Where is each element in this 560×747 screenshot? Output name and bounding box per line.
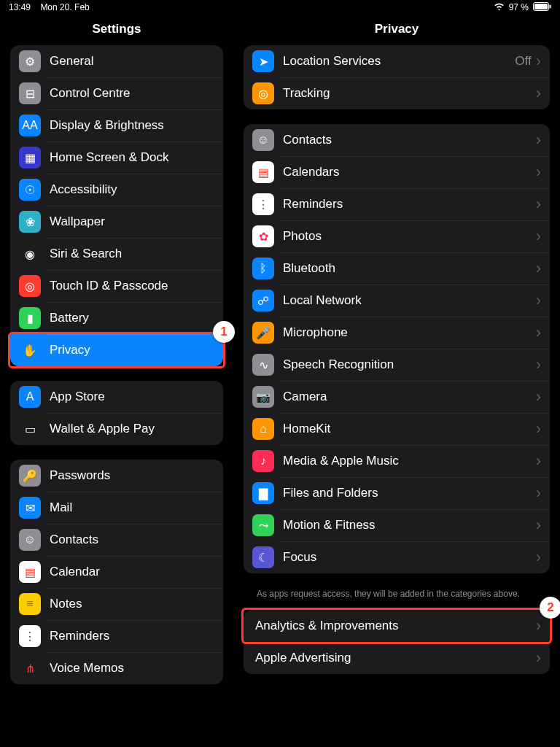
row-label: Display & Brightness (50, 118, 214, 133)
detail-row-focus[interactable]: ☾Focus› (244, 541, 550, 573)
detail-row-localnet[interactable]: ☍Local Network› (244, 285, 550, 317)
row-label: Siri & Search (50, 247, 214, 261)
row-label: Contacts (50, 533, 214, 547)
sidebar-item-notes[interactable]: ≡Notes (10, 588, 223, 620)
chevron-right-icon: › (536, 357, 541, 373)
svg-rect-2 (550, 4, 551, 8)
media-icon: ♪ (252, 450, 274, 472)
chevron-right-icon: › (536, 618, 541, 634)
row-label: Microphone (283, 325, 536, 340)
row-label: Camera (283, 390, 536, 404)
sidebar-item-app-store[interactable]: AApp Store (10, 381, 223, 413)
row-label: Local Network (283, 293, 536, 308)
row-label: Speech Recognition (283, 357, 536, 372)
row-label: Mail (50, 500, 214, 515)
sidebar-item-passwords[interactable]: 🔑Passwords (10, 460, 223, 492)
row-label: Reminders (50, 629, 214, 643)
detail-row-files[interactable]: ▇Files and Folders› (244, 477, 550, 509)
voice-memos-icon: ⋔ (19, 657, 41, 679)
chevron-right-icon: › (536, 196, 541, 212)
focus-icon: ☾ (252, 546, 274, 568)
control-centre-icon: ⊟ (19, 82, 41, 104)
accessibility-icon: ☉ (19, 179, 41, 201)
detail-row-advertising[interactable]: Apple Advertising› (244, 642, 550, 674)
app-store-icon: A (19, 386, 41, 408)
status-bar: 13:49 Mon 20. Feb 97 % (0, 0, 560, 15)
sidebar-item-battery[interactable]: ▮Battery (10, 302, 223, 334)
status-date: Mon 20. Feb (40, 2, 89, 12)
chevron-right-icon: › (536, 549, 541, 565)
row-label: Apple Advertising (255, 651, 536, 665)
sidebar-item-wallpaper[interactable]: ❀Wallpaper (10, 206, 223, 238)
row-label: Calendars (283, 165, 536, 179)
status-battery-pct: 97 % (509, 2, 529, 12)
detail-row-tracking[interactable]: ◎Tracking› (244, 77, 550, 109)
bluetooth-icon: ᛒ (252, 258, 274, 279)
camera-icon: 📷 (252, 386, 274, 408)
sidebar-title: Settings (0, 15, 233, 45)
detail-row-homekit[interactable]: ⌂HomeKit› (244, 413, 550, 445)
display-icon: AA (19, 115, 41, 136)
sidebar-item-reminders-s[interactable]: ⋮Reminders (10, 620, 223, 652)
chevron-right-icon: › (536, 485, 541, 501)
calendar-s-icon: ▤ (19, 561, 41, 583)
sidebar-item-contacts-s[interactable]: ☺Contacts (10, 524, 223, 556)
row-label: Wallpaper (50, 214, 214, 229)
detail-row-calendars[interactable]: ▤Calendars› (244, 156, 550, 188)
sidebar-item-touchid[interactable]: ◎Touch ID & Passcode (10, 270, 223, 302)
wallet-icon: ▭ (19, 418, 41, 440)
sidebar-scroll[interactable]: ⚙General⊟Control CentreAADisplay & Brigh… (0, 45, 233, 713)
touchid-icon: ◎ (19, 275, 41, 297)
chevron-right-icon: › (536, 260, 541, 276)
settings-group: ☺Contacts›▤Calendars›⋮Reminders›✿Photos›… (244, 124, 550, 573)
row-label: Focus (283, 550, 536, 565)
detail-row-analytics[interactable]: Analytics & Improvements› (244, 610, 550, 642)
sidebar-item-mail[interactable]: ✉Mail (10, 492, 223, 524)
chevron-right-icon: › (536, 389, 541, 405)
settings-group: AApp Store▭Wallet & Apple Pay (10, 381, 223, 445)
detail-row-location[interactable]: ➤Location ServicesOff› (244, 45, 550, 77)
notes-icon: ≡ (19, 593, 41, 615)
sidebar-item-voice-memos[interactable]: ⋔Voice Memos (10, 652, 223, 684)
detail-row-photos[interactable]: ✿Photos› (244, 220, 550, 252)
sidebar-item-wallet[interactable]: ▭Wallet & Apple Pay (10, 413, 223, 445)
chevron-right-icon: › (536, 85, 541, 101)
detail-scroll[interactable]: ➤Location ServicesOff›◎Tracking›☺Contact… (233, 45, 560, 703)
sidebar-item-accessibility[interactable]: ☉Accessibility (10, 174, 223, 206)
tracking-icon: ◎ (252, 82, 274, 104)
detail-row-speech[interactable]: ∿Speech Recognition› (244, 349, 550, 381)
sidebar-item-privacy[interactable]: ✋Privacy (10, 334, 223, 366)
sidebar-item-general[interactable]: ⚙General (10, 45, 223, 77)
detail-title: Privacy (233, 15, 560, 45)
row-label: Location Services (283, 54, 515, 69)
row-label: Photos (283, 229, 536, 244)
sidebar-item-calendar-s[interactable]: ▤Calendar (10, 556, 223, 588)
row-label: Analytics & Improvements (255, 619, 536, 633)
row-value: Off (515, 54, 531, 69)
detail-row-reminders[interactable]: ⋮Reminders› (244, 188, 550, 220)
detail-row-bluetooth[interactable]: ᛒBluetooth› (244, 252, 550, 285)
chevron-right-icon: › (536, 53, 541, 69)
detail-row-camera[interactable]: 📷Camera› (244, 381, 550, 413)
row-label: Motion & Fitness (283, 518, 536, 533)
detail-row-contacts[interactable]: ☺Contacts› (244, 124, 550, 156)
detail-row-microphone[interactable]: 🎤Microphone› (244, 317, 550, 349)
status-time: 13:49 (9, 2, 31, 12)
sidebar-item-display[interactable]: AADisplay & Brightness (10, 109, 223, 142)
settings-group: Analytics & Improvements›Apple Advertisi… (244, 610, 550, 674)
photos-icon: ✿ (252, 225, 274, 247)
detail-row-media[interactable]: ♪Media & Apple Music› (244, 445, 550, 477)
sidebar-item-siri[interactable]: ◉Siri & Search (10, 238, 223, 270)
sidebar-item-control-centre[interactable]: ⊟Control Centre (10, 77, 223, 109)
homekit-icon: ⌂ (252, 418, 274, 440)
wallpaper-icon: ❀ (19, 211, 41, 233)
calendars-icon: ▤ (252, 161, 274, 183)
chevron-right-icon: › (536, 293, 541, 309)
settings-group: 🔑Passwords✉Mail☺Contacts▤Calendar≡Notes⋮… (10, 460, 223, 684)
row-label: Reminders (283, 197, 536, 212)
detail-row-motion[interactable]: ⤳Motion & Fitness› (244, 509, 550, 541)
chevron-right-icon: › (536, 453, 541, 469)
row-label: Accessibility (50, 182, 214, 197)
location-icon: ➤ (252, 50, 274, 72)
sidebar-item-home-screen[interactable]: ▦Home Screen & Dock (10, 142, 223, 174)
